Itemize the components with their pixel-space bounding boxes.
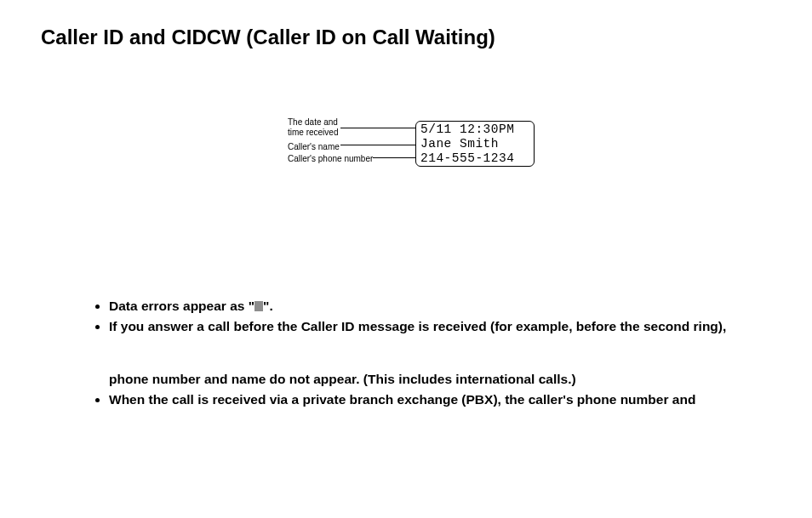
- leader-line-icon: [373, 157, 415, 158]
- error-block-icon: [254, 301, 263, 311]
- list-item: Data errors appear as "".: [109, 296, 786, 316]
- bullet-1-pre: Data errors appear as ": [109, 299, 254, 313]
- bullet-2-line2: phone number and name do not appear. (Th…: [109, 369, 786, 390]
- label-caller-name: Caller's name: [288, 142, 356, 152]
- display-phone: 214-555-1234: [420, 151, 514, 165]
- notes-list: Data errors appear as "". If you answer …: [89, 296, 786, 410]
- display-name: Jane Smith: [420, 137, 499, 151]
- caller-id-display: 5/11 12:30PM Jane Smith 214-555-1234: [415, 121, 535, 167]
- bullet-3: When the call is received via a private …: [109, 392, 695, 407]
- label-date-line1: The date and: [288, 117, 338, 127]
- label-date-time: The date and time received: [288, 117, 347, 138]
- page-title: Caller ID and CIDCW (Caller ID on Call W…: [41, 26, 495, 49]
- label-date-line2: time received: [288, 128, 338, 137]
- bullet-1-post: ".: [263, 299, 273, 313]
- leader-line-icon: [340, 128, 415, 128]
- bullet-2-line1: If you answer a call before the Caller I…: [109, 319, 726, 333]
- leader-line-icon: [340, 145, 415, 145]
- display-datetime: 5/11 12:30PM: [420, 122, 514, 136]
- list-item: When the call is received via a private …: [109, 390, 786, 410]
- label-caller-phone: Caller's phone number: [288, 154, 381, 164]
- list-item: If you answer a call before the Caller I…: [109, 316, 786, 390]
- caller-id-diagram: The date and time received Caller's name…: [288, 117, 552, 185]
